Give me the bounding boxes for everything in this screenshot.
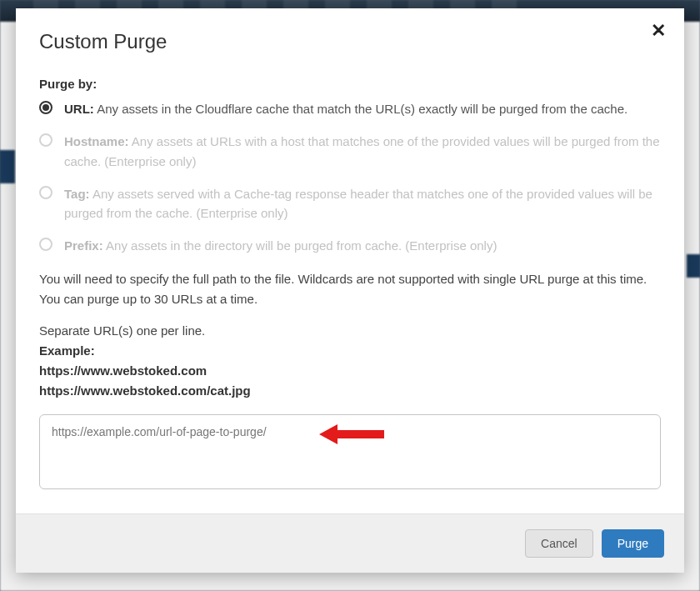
modal-footer: Cancel Purge [16,513,684,573]
option-label: Hostname: [64,134,129,148]
separate-text: Separate URL(s) one per line. [39,321,661,341]
radio-text: Tag: Any assets served with a Cache-tag … [64,184,661,223]
help-text: You will need to specify the full path t… [39,269,661,309]
radio-icon [39,133,52,147]
radio-icon [39,186,52,199]
annotation-arrow-icon [319,422,386,447]
option-desc: Any assets at URLs with a host that matc… [64,134,660,168]
modal-title: Custom Purge [39,30,661,53]
url-textarea[interactable]: https://example.com/url-of-page-to-purge… [39,414,661,489]
help-block: You will need to specify the full path t… [39,269,661,401]
option-label: Prefix: [64,238,103,253]
option-label: URL: [64,102,94,116]
radio-text: Hostname: Any assets at URLs with a host… [64,132,661,171]
radio-text: URL: Any assets in the Cloudflare cache … [64,99,661,118]
cancel-button[interactable]: Cancel [525,529,593,558]
radio-option-prefix: Prefix: Any assets in the directory will… [39,236,661,255]
example-line-2: https://www.webstoked.com/cat.jpg [39,381,661,401]
option-desc: Any assets in the Cloudflare cache that … [97,102,628,116]
option-desc: Any assets served with a Cache-tag respo… [64,187,652,220]
radio-text: Prefix: Any assets in the directory will… [64,236,661,255]
svg-marker-0 [319,424,384,444]
example-line-1: https://www.webstoked.com [39,361,661,381]
purge-by-label: Purge by: [39,77,661,91]
radio-option-tag: Tag: Any assets served with a Cache-tag … [39,184,661,223]
modal-body: Custom Purge Purge by: URL: Any assets i… [16,8,684,513]
purge-button[interactable]: Purge [602,529,664,558]
radio-option-hostname: Hostname: Any assets at URLs with a host… [39,132,661,171]
radio-icon [39,238,52,251]
option-desc: Any assets in the directory will be purg… [106,238,497,253]
example-label: Example: [39,341,661,361]
close-icon[interactable]: ✕ [651,22,666,40]
option-label: Tag: [64,187,90,201]
custom-purge-modal: ✕ Custom Purge Purge by: URL: Any assets… [16,8,684,573]
radio-option-url[interactable]: URL: Any assets in the Cloudflare cache … [39,99,661,118]
radio-icon[interactable] [39,101,52,114]
